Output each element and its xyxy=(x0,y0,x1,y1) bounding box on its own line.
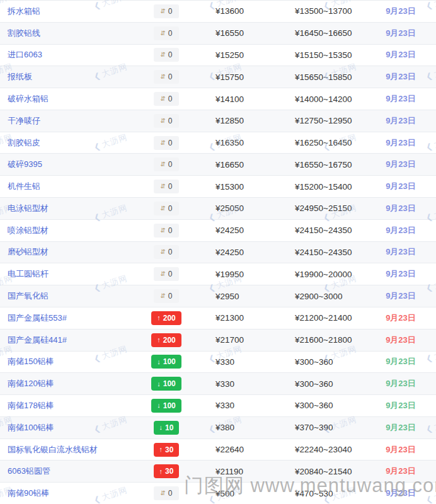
quote-date: 9月23日 xyxy=(374,71,436,83)
product-name-link[interactable]: 磨砂铝型材 xyxy=(0,246,144,258)
price-range: ¥16450~16650 xyxy=(271,28,374,38)
price-change-badge: ⇵0 xyxy=(154,136,178,150)
product-name-link[interactable]: 电工圆铝杆 xyxy=(0,268,144,280)
average-price: ¥14100 xyxy=(189,94,271,104)
change-value: 30 xyxy=(165,467,173,475)
table-row: 6063铝圆管↑30¥21190¥20840~215409月23日 xyxy=(0,461,436,483)
change-value: 100 xyxy=(163,358,176,365)
change-badge-cell: ⇵0 xyxy=(144,4,189,18)
product-name-link[interactable]: 机件生铝 xyxy=(0,181,144,192)
price-range: ¥20840~21540 xyxy=(271,467,374,476)
change-value: 0 xyxy=(168,248,173,256)
quote-date: 9月23日 xyxy=(374,137,436,149)
price-range: ¥19900~20000 xyxy=(271,270,374,279)
product-name-link[interactable]: 破碎9395 xyxy=(0,159,144,170)
product-name-link[interactable]: 破碎水箱铝 xyxy=(0,93,144,105)
price-range: ¥15200~15400 xyxy=(271,182,374,192)
quote-date: 9月23日 xyxy=(374,466,436,477)
quote-date: 9月23日 xyxy=(374,159,436,170)
product-name-link[interactable]: 报纸板 xyxy=(0,71,144,83)
table-row: 南储90铝棒⇵0¥500¥470~5309月23日 xyxy=(0,483,436,504)
quote-date: 9月23日 xyxy=(374,181,436,192)
change-badge-cell: ⇵0 xyxy=(144,267,189,281)
change-badge-cell: ⇵0 xyxy=(144,136,189,150)
price-change-badge: ↓100 xyxy=(151,399,181,413)
product-name-link[interactable]: 南储178铝棒 xyxy=(0,400,144,411)
product-name-link[interactable]: 国产氧化铝 xyxy=(0,290,144,302)
trend-up-icon: ↑ xyxy=(157,336,161,343)
price-range: ¥300~360 xyxy=(271,357,374,367)
product-name-link[interactable]: 干净唛仔 xyxy=(0,115,144,127)
average-price: ¥22640 xyxy=(189,445,271,454)
change-badge-cell: ⇵0 xyxy=(144,114,189,128)
quote-date: 9月23日 xyxy=(374,268,436,280)
change-value: 0 xyxy=(168,183,173,190)
change-value: 0 xyxy=(168,270,173,278)
quote-date: 9月23日 xyxy=(374,444,436,455)
product-name-link[interactable]: 南储100铝棒 xyxy=(0,422,144,433)
trend-down-icon: ↓ xyxy=(157,381,161,387)
change-value: 0 xyxy=(168,95,173,103)
change-badge-cell: ⇵0 xyxy=(144,48,189,62)
average-price: ¥15250 xyxy=(189,50,271,60)
average-price: ¥24250 xyxy=(189,226,271,235)
trend-up-icon: ↑ xyxy=(157,314,161,321)
product-name-link[interactable]: 6063铝圆管 xyxy=(0,466,144,477)
product-name-link[interactable]: 割胶铝线 xyxy=(0,28,144,39)
trend-down-icon: ↓ xyxy=(157,402,161,409)
change-badge-cell: ↑30 xyxy=(144,443,189,457)
price-range: ¥24950~25150 xyxy=(271,203,374,213)
product-name-link[interactable]: 国标氧化银白流水线铝材 xyxy=(0,444,144,455)
table-row: 进口6063⇵0¥15250¥15150~153509月23日 xyxy=(0,45,436,67)
price-range: ¥13500~13700 xyxy=(271,6,374,16)
price-change-badge: ↑200 xyxy=(151,333,181,347)
table-row: 南储100铝棒↓10¥380¥370~3909月23日 xyxy=(0,417,436,439)
table-row: 电泳铝型材⇵0¥25050¥24950~251509月23日 xyxy=(0,198,436,220)
table-row: 报纸板⇵0¥15750¥15650~158509月23日 xyxy=(0,66,436,88)
product-name-link[interactable]: 割胶铝皮 xyxy=(0,137,144,149)
price-change-badge: ↓10 xyxy=(154,421,180,435)
quote-date: 9月23日 xyxy=(374,335,436,346)
trend-flat-icon: ⇵ xyxy=(160,205,165,212)
trend-flat-icon: ⇵ xyxy=(160,490,165,496)
quote-date: 9月23日 xyxy=(374,203,436,214)
product-name-link[interactable]: 进口6063 xyxy=(0,49,144,60)
change-value: 10 xyxy=(165,424,173,432)
price-change-badge: ⇵0 xyxy=(154,245,178,259)
change-badge-cell: ↓100 xyxy=(144,399,189,413)
table-row: 国产金属硅441#↑200¥21700¥21600~218009月23日 xyxy=(0,329,436,352)
table-row: 南储120铝棒↓100¥330¥300~3609月23日 xyxy=(0,373,436,395)
price-change-badge: ⇵0 xyxy=(154,48,178,62)
product-name-link[interactable]: 南储90铝棒 xyxy=(0,488,144,499)
change-badge-cell: ↑200 xyxy=(144,311,189,325)
table-row: 南储178铝棒↓100¥330¥300~3609月23日 xyxy=(0,395,436,417)
table-row: 国产氧化铝⇵0¥2950¥2900~30009月23日 xyxy=(0,285,436,307)
quote-date: 9月23日 xyxy=(374,225,436,236)
price-change-badge: ⇵0 xyxy=(154,180,178,193)
quote-date: 9月23日 xyxy=(374,312,436,324)
product-name-link[interactable]: 国产金属硅441# xyxy=(0,335,144,346)
product-name-link[interactable]: 电泳铝型材 xyxy=(0,203,144,214)
trend-flat-icon: ⇵ xyxy=(160,227,165,234)
price-change-badge: ⇵0 xyxy=(154,224,178,238)
product-name-link[interactable]: 喷涂铝型材 xyxy=(0,225,144,236)
average-price: ¥380 xyxy=(189,423,271,432)
table-row: 电工圆铝杆⇵0¥19950¥19900~200009月23日 xyxy=(0,263,436,285)
trend-flat-icon: ⇵ xyxy=(160,249,165,255)
change-value: 0 xyxy=(168,139,173,147)
price-change-badge: ⇵0 xyxy=(154,4,178,18)
change-value: 30 xyxy=(165,446,173,454)
product-name-link[interactable]: 南储150铝棒 xyxy=(0,356,144,367)
product-name-link[interactable]: 拆水箱铝 xyxy=(0,6,144,17)
price-change-badge: ↓100 xyxy=(151,355,181,369)
product-name-link[interactable]: 南储120铝棒 xyxy=(0,378,144,389)
trend-flat-icon: ⇵ xyxy=(160,140,165,146)
price-range: ¥300~360 xyxy=(271,401,374,410)
change-badge-cell: ⇵0 xyxy=(144,180,189,193)
price-change-badge: ↑30 xyxy=(154,464,180,478)
change-badge-cell: ⇵0 xyxy=(144,70,189,84)
average-price: ¥16650 xyxy=(189,160,271,169)
product-name-link[interactable]: 国产金属硅553# xyxy=(0,312,144,324)
average-price: ¥21190 xyxy=(189,467,271,476)
price-change-badge: ⇵0 xyxy=(154,26,178,40)
